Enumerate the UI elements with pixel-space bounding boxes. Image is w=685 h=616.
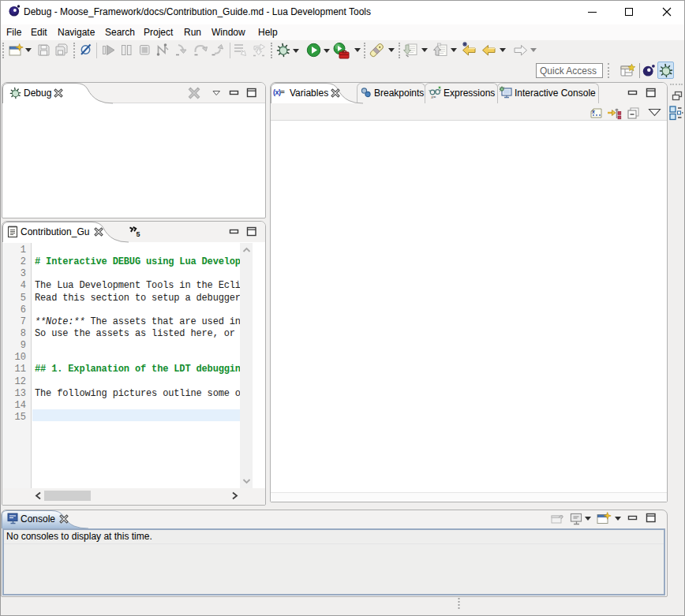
svg-text:5: 5 xyxy=(137,230,140,237)
svg-text:x=: x= xyxy=(430,95,436,99)
